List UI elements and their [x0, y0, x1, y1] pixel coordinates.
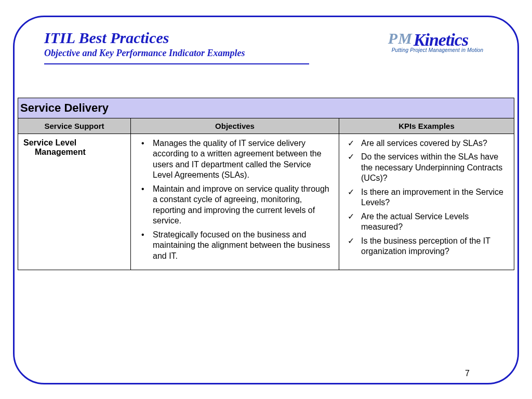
row-header: Service Level Management	[18, 134, 131, 270]
title-underline	[44, 63, 309, 64]
list-item: Are all services covered by SLAs?	[343, 138, 508, 152]
logo-text: PMKinetics	[388, 31, 468, 48]
logo-brand: Kinetics	[414, 30, 468, 49]
kpis-list: Are all services covered by SLAs? Do the…	[343, 138, 508, 260]
table-row: Service Level Management Manages the qua…	[18, 134, 514, 270]
brand-logo: PMKinetics Putting Project Management in…	[355, 31, 501, 53]
table-header-row: Service Support Objectives KPIs Examples	[18, 118, 514, 134]
list-item: Is there an improvement in the Service L…	[343, 187, 508, 211]
objectives-list: Manages the quality of IT service delive…	[135, 138, 332, 264]
page-number: 7	[465, 369, 470, 378]
kpi-table: Service Delivery Service Support Objecti…	[18, 98, 514, 270]
kpis-cell: Are all services covered by SLAs? Do the…	[339, 134, 514, 270]
section-header: Service Delivery	[18, 98, 514, 118]
list-item: Strategically focused on the business an…	[135, 230, 332, 264]
list-item: Are the actual Service Levels measured?	[343, 211, 508, 236]
row-header-sub: Management	[23, 148, 127, 157]
list-item: Manages the quality of IT service delive…	[135, 138, 332, 184]
col-header-objectives: Objectives	[131, 118, 339, 134]
objectives-cell: Manages the quality of IT service delive…	[131, 134, 339, 270]
slide: ITIL Best Practices Objective and Key Pe…	[0, 0, 532, 399]
content-area: Service Delivery Service Support Objecti…	[18, 98, 514, 270]
logo-pm: PM	[388, 30, 414, 47]
list-item: Is the business perception of the IT org…	[343, 236, 508, 260]
col-header-kpis: KPIs Examples	[339, 118, 514, 134]
col-header-support: Service Support	[18, 118, 131, 134]
table-section-row: Service Delivery	[18, 98, 514, 118]
list-item: Do the services within the SLAs have the…	[343, 152, 508, 187]
row-header-main: Service Level	[23, 138, 76, 147]
list-item: Maintain and improve on service quality …	[135, 184, 332, 230]
